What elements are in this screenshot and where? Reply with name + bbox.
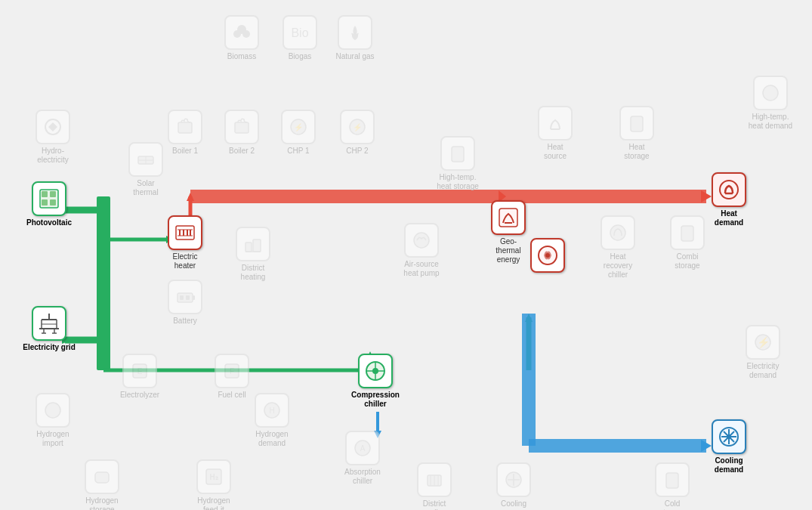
- svg-rect-47: [499, 209, 517, 227]
- hydrogen-storage-label: Hydrogenstorage: [85, 496, 118, 510]
- svg-rect-84: [193, 295, 195, 300]
- battery-label: Battery: [173, 317, 197, 326]
- high-temp-demand-node[interactable]: High-temp.heat demand: [744, 76, 797, 131]
- svg-rect-65: [235, 122, 249, 133]
- svg-text:A: A: [360, 444, 366, 453]
- electricity-grid-node[interactable]: Electricity grid: [23, 306, 76, 352]
- battery-icon: [168, 280, 202, 314]
- biogas-label: Biogas: [289, 52, 312, 61]
- photovoltaic-node[interactable]: Photovoltaic: [23, 181, 76, 227]
- chp2-icon: ⚡: [340, 110, 375, 144]
- biomass-label: Biomass: [227, 52, 256, 61]
- compression-chiller-node[interactable]: Compressionchiller: [349, 354, 402, 409]
- natural-gas-node[interactable]: Natural gas: [329, 15, 381, 61]
- svg-rect-105: [666, 473, 678, 488]
- heat-storage-node[interactable]: Heatstorage: [610, 106, 663, 161]
- solar-thermal-icon: [128, 142, 163, 177]
- hydro-icon: [36, 110, 70, 144]
- electricity-grid-label: Electricity grid: [23, 343, 75, 352]
- heat-demand-label: Heatdemand: [715, 209, 743, 227]
- svg-rect-85: [180, 295, 184, 300]
- hydrogen-demand-icon: H: [255, 393, 289, 428]
- chp2-node[interactable]: ⚡ CHP 2: [331, 110, 384, 156]
- svg-point-51: [720, 181, 738, 199]
- svg-rect-24: [42, 199, 48, 206]
- hydrogen-import-node[interactable]: Hydrogenimport: [26, 393, 79, 448]
- photovoltaic-icon: [32, 181, 66, 216]
- svg-rect-82: [681, 226, 693, 241]
- electrolyzer-icon: E: [122, 354, 157, 388]
- hydrogen-feedit-node[interactable]: H₂ Hydrogenfeed-it: [187, 459, 240, 510]
- svg-rect-78: [253, 240, 261, 252]
- district-heating-node[interactable]: Districtheating: [227, 227, 279, 282]
- heat-recovery-node[interactable]: Heatrecoverychiller: [591, 215, 644, 280]
- electrolyzer-node[interactable]: E Electrolyzer: [113, 354, 166, 400]
- svg-point-76: [763, 85, 778, 100]
- fuel-cell-label: Fuel cell: [218, 391, 245, 400]
- svg-text:⚡: ⚡: [353, 122, 363, 132]
- electric-heater-node[interactable]: Electricheater: [159, 215, 211, 270]
- hydrogen-feedit-label: Hydrogenfeed-it: [197, 496, 230, 510]
- biomass-icon: [224, 15, 259, 50]
- svg-text:E: E: [137, 367, 143, 376]
- svg-text:⚡: ⚡: [294, 122, 304, 132]
- svg-text:H: H: [269, 406, 274, 415]
- svg-rect-64: [178, 122, 192, 133]
- district-cooling-label: Districtcooling: [422, 499, 446, 510]
- combi-storage-node[interactable]: Combistorage: [661, 215, 714, 270]
- biogas-icon: Bio: [283, 15, 317, 50]
- cooling-source-label: Coolingsource: [501, 499, 526, 510]
- hydrogen-demand-node[interactable]: H Hydrogendemand: [245, 393, 298, 448]
- svg-point-58: [727, 434, 731, 439]
- cooling-source-node[interactable]: Coolingsource: [487, 462, 540, 510]
- electricity-demand-node[interactable]: ⚡ Electricitydemand: [736, 325, 789, 380]
- chp1-node[interactable]: ⚡ CHP 1: [272, 110, 325, 156]
- svg-point-61: [242, 30, 250, 38]
- district-heating-icon: [236, 227, 270, 261]
- chp1-icon: ⚡: [281, 110, 316, 144]
- boiler1-label: Boiler 1: [172, 147, 198, 156]
- solar-thermal-node[interactable]: Solarthermal: [119, 142, 172, 197]
- heat-source-icon: [538, 106, 573, 141]
- svg-text:Bio: Bio: [291, 26, 308, 39]
- svg-rect-0: [97, 196, 110, 370]
- high-temp-storage-node[interactable]: High-temp.heat storage: [431, 136, 484, 191]
- svg-rect-23: [50, 191, 56, 197]
- absorption-chiller-node[interactable]: A Absorptionchiller: [336, 431, 389, 486]
- hydrogen-storage-node[interactable]: Hydrogenstorage: [76, 459, 128, 510]
- biogas-node[interactable]: Bio Biogas: [273, 15, 326, 61]
- hydrogen-demand-label: Hydrogendemand: [255, 430, 288, 448]
- svg-point-80: [414, 233, 429, 248]
- cooling-demand-label: Coolingdemand: [715, 456, 743, 474]
- geothermal-pump-node[interactable]: [521, 238, 574, 275]
- svg-marker-12: [187, 193, 194, 201]
- svg-rect-36: [176, 226, 194, 240]
- heat-recovery-label: Heatrecoverychiller: [604, 252, 632, 280]
- heat-source-label: Heatsource: [544, 143, 567, 161]
- diagram-container: Photovoltaic Electricity grid: [0, 0, 812, 510]
- chp2-label: CHP 2: [346, 147, 368, 156]
- hydrogen-feedit-icon: H₂: [196, 459, 231, 494]
- district-cooling-node[interactable]: Districtcooling: [408, 462, 461, 510]
- svg-point-46: [372, 368, 378, 374]
- air-source-node[interactable]: Air-sourceheat pump: [395, 223, 448, 278]
- svg-point-93: [45, 403, 60, 418]
- absorption-chiller-label: Absorptionchiller: [344, 468, 381, 486]
- natural-gas-icon: [338, 15, 372, 50]
- svg-text:⚡: ⚡: [757, 336, 770, 349]
- boiler2-node[interactable]: Boiler 2: [215, 110, 268, 156]
- heat-source-node[interactable]: Heatsource: [529, 106, 582, 161]
- cold-storage-node[interactable]: Coldstorage: [646, 462, 699, 510]
- boiler2-icon: [224, 110, 259, 144]
- cooling-demand-node[interactable]: Coolingdemand: [702, 419, 755, 474]
- battery-node[interactable]: Battery: [159, 280, 211, 326]
- geothermal-pump-icon: [530, 238, 565, 273]
- biomass-node[interactable]: Biomass: [215, 15, 268, 61]
- svg-point-50: [545, 253, 550, 258]
- air-source-label: Air-sourceheat pump: [403, 260, 439, 278]
- hydro-node[interactable]: Hydro-electricity: [26, 110, 79, 165]
- geothermal-label: Geo-thermalenergy: [496, 237, 520, 264]
- svg-point-60: [233, 30, 241, 38]
- electrolyzer-label: Electrolyzer: [120, 391, 159, 400]
- compression-chiller-label: Compressionchiller: [351, 391, 400, 409]
